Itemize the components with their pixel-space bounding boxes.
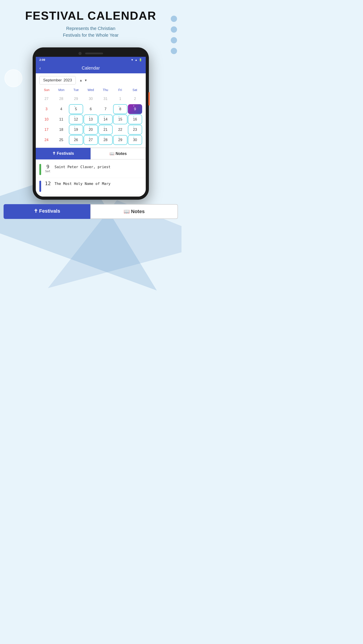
notes-tab[interactable]: 📖 Notes (90, 204, 178, 219)
cal-day-21[interactable]: 21 (98, 125, 113, 134)
day-header-wed: Wed (83, 87, 98, 92)
day-header-sun: Sun (39, 87, 54, 92)
app-bar: ‹ Calendar (36, 63, 146, 73)
cal-day-29[interactable]: 29 (113, 135, 127, 145)
festival-name-2: The Most Holy Name of Mary (54, 181, 110, 186)
status-time: 2:09 (39, 58, 45, 62)
notes-tab-phone[interactable]: 📖 Notes (90, 148, 146, 160)
cal-day-30[interactable]: 30 (128, 135, 142, 145)
signal-icon: ▲ (135, 58, 137, 62)
festival-list: 9 Sat Saint Peter Claver, priest 12 The … (36, 160, 146, 196)
cal-day-26[interactable]: 26 (69, 135, 83, 145)
back-button[interactable]: ‹ (39, 66, 41, 71)
cal-day-29-prev[interactable]: 29 (69, 94, 83, 104)
day-header-mon: Mon (54, 87, 69, 92)
cal-day-16[interactable]: 16 (128, 114, 142, 124)
month-year-box[interactable]: September 2023 (39, 76, 76, 84)
cal-day-18[interactable]: 18 (54, 125, 68, 134)
festival-day-name-1: Sat (45, 170, 50, 173)
cal-day-23[interactable]: 23 (128, 125, 142, 134)
phone-mockup: 2:09 ▼ ▲ 🔋 ‹ Calendar September 2023 (0, 48, 181, 200)
cal-day-10[interactable]: 10 (39, 114, 54, 124)
cal-day-9[interactable]: 9 (128, 104, 142, 114)
cal-day-8[interactable]: 8 (113, 104, 127, 114)
cal-day-19[interactable]: 19 (69, 125, 83, 134)
year-label: 2023 (63, 78, 72, 82)
cal-day-24[interactable]: 24 (39, 135, 54, 145)
cal-day-20[interactable]: 20 (84, 125, 98, 134)
cal-day-11[interactable]: 11 (54, 114, 68, 124)
month-down-arrow[interactable]: ▼ (84, 78, 87, 82)
phone-tab-bar: ✝ Festivals 📖 Notes (36, 148, 146, 160)
wifi-icon: ▼ (131, 58, 133, 62)
month-label: September (43, 78, 62, 82)
festival-item-1[interactable]: 9 Sat Saint Peter Claver, priest (36, 161, 146, 178)
festival-color-bar-2 (39, 181, 41, 192)
calendar: September 2023 ▲ ▼ Sun Mon Tue Wed Thu F… (36, 73, 146, 148)
header: FESTIVAL CALENDAR Represents the Christi… (0, 0, 181, 43)
festival-color-bar-1 (39, 164, 41, 175)
bottom-tabs: ✝ Festivals 📖 Notes (3, 204, 178, 219)
cal-day-13[interactable]: 13 (84, 114, 98, 124)
cal-day-17[interactable]: 17 (39, 125, 54, 134)
status-bar: 2:09 ▼ ▲ 🔋 (36, 57, 146, 63)
day-header-fri: Fri (113, 87, 128, 92)
day-headers: Sun Mon Tue Wed Thu Fri Sat (39, 87, 142, 92)
festival-date-1: 9 Sat (44, 164, 52, 173)
cal-day-5[interactable]: 5 (69, 104, 83, 114)
cal-day-2-prev[interactable]: 2 (128, 94, 142, 104)
calendar-grid: 27 28 29 30 31 1 2 3 4 5 6 7 8 9 10 (39, 94, 142, 145)
status-icons: ▼ ▲ 🔋 (131, 58, 142, 62)
phone-notch (36, 50, 146, 57)
battery-icon: 🔋 (139, 58, 142, 62)
phone-speaker (85, 52, 103, 54)
day-header-thu: Thu (98, 87, 113, 92)
festival-item-2[interactable]: 12 The Most Holy Name of Mary (36, 178, 146, 195)
cal-day-30-prev[interactable]: 30 (84, 94, 98, 104)
cal-day-12[interactable]: 12 (69, 114, 83, 124)
cal-day-25[interactable]: 25 (54, 135, 68, 145)
cal-day-27[interactable]: 27 (84, 135, 98, 145)
cal-day-14[interactable]: 14 (98, 114, 113, 124)
festival-day-num-2: 12 (45, 181, 51, 186)
festival-date-2: 12 (44, 181, 52, 186)
cal-day-7[interactable]: 7 (98, 104, 113, 114)
cal-day-1-prev[interactable]: 1 (113, 94, 127, 104)
app-subtitle: Represents the Christian Festivals for t… (4, 25, 177, 38)
festivals-tab[interactable]: ✝ Festivals (3, 204, 90, 219)
cal-day-3[interactable]: 3 (39, 104, 54, 114)
month-up-arrow[interactable]: ▲ (79, 78, 82, 82)
cal-day-31-prev[interactable]: 31 (98, 94, 113, 104)
cal-day-28[interactable]: 28 (98, 135, 113, 145)
phone-camera (78, 52, 82, 55)
cal-day-27-prev[interactable]: 27 (39, 94, 54, 104)
cal-day-28-prev[interactable]: 28 (54, 94, 68, 104)
festival-name-1: Saint Peter Claver, priest (54, 164, 110, 169)
cal-day-4[interactable]: 4 (54, 104, 68, 114)
cal-day-6[interactable]: 6 (84, 104, 98, 114)
festivals-tab-phone[interactable]: ✝ Festivals (36, 148, 90, 160)
app-title: FESTIVAL CALENDAR (4, 9, 177, 22)
cal-day-15[interactable]: 15 (113, 114, 127, 124)
day-header-tue: Tue (69, 87, 83, 92)
calendar-title: Calendar (82, 66, 100, 71)
month-selector[interactable]: September 2023 ▲ ▼ (39, 76, 142, 84)
day-header-sat: Sat (127, 87, 142, 92)
cal-day-22[interactable]: 22 (113, 125, 127, 134)
festival-day-num-1: 9 (46, 164, 49, 170)
